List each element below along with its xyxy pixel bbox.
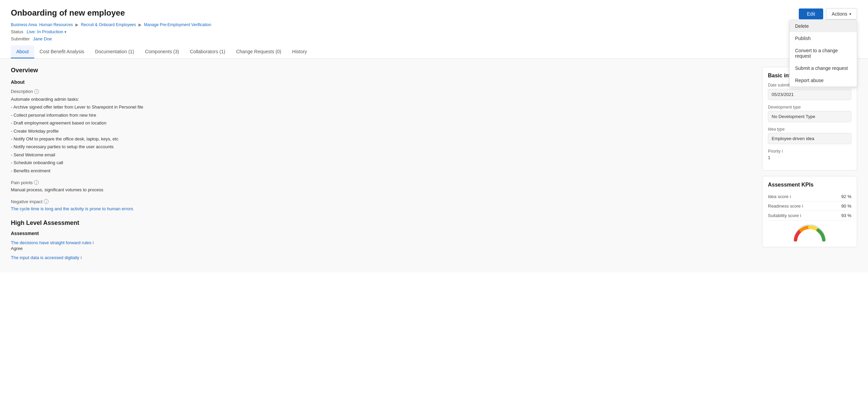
menu-item-convert[interactable]: Convert to a change request <box>790 44 857 62</box>
status-value[interactable]: Live: In Production ▾ <box>26 29 66 34</box>
overview-title: Overview <box>11 67 754 74</box>
description-value: Automate onboarding admin tasks: - Archi… <box>11 95 754 175</box>
readiness-score-info-icon[interactable]: i <box>802 204 803 209</box>
kpi-idea-score: Idea score i 92 % <box>768 192 851 201</box>
tab-components[interactable]: Components (3) <box>139 45 184 58</box>
gauge-container <box>768 225 851 241</box>
question-1-answer: Agree <box>11 246 754 251</box>
about-title: About <box>11 79 754 85</box>
question-2-text: The input data is accessed digitally i <box>11 255 754 260</box>
content-right: Basic information Date submitted 05/23/2… <box>762 67 857 264</box>
breadcrumb: Business Area Human Resources ▶ Recruit … <box>11 22 857 27</box>
breadcrumb-item-1[interactable]: Human Resources <box>39 22 73 27</box>
actions-label: Actions <box>832 11 847 17</box>
page-title: Onboarding of new employee <box>11 8 125 18</box>
header: Onboarding of new employee Edit Actions … <box>0 0 868 59</box>
menu-item-submit-change[interactable]: Submit a change request <box>790 62 857 74</box>
development-type-value: No Development Type <box>768 111 851 122</box>
status-dropdown-icon: ▾ <box>64 30 67 34</box>
tab-documentation[interactable]: Documentation (1) <box>90 45 139 58</box>
development-type-field: Development type No Development Type <box>768 105 851 122</box>
description-label: Description i <box>11 89 754 94</box>
question-1-text: The decisions have straight forward rule… <box>11 240 754 245</box>
breadcrumb-item-2[interactable]: Recruit & Onboard Employees <box>81 22 136 27</box>
submitter-name[interactable]: Jane Doe <box>33 36 52 41</box>
priority-label-text: Priority <box>768 149 780 154</box>
negative-impact-info-icon[interactable]: i <box>44 199 49 204</box>
menu-item-delete[interactable]: Delete <box>790 20 857 32</box>
kpi-idea-score-value: 92 % <box>841 194 851 199</box>
idea-type-value: Employee-driven idea <box>768 133 851 144</box>
kpi-suitability-score: Suitability score i 93 % <box>768 211 851 220</box>
menu-item-publish[interactable]: Publish <box>790 32 857 44</box>
idea-type-label: Idea type <box>768 127 851 132</box>
kpi-readiness-score: Readiness score i 90 % <box>768 201 851 211</box>
description-info-icon[interactable]: i <box>34 89 39 94</box>
high-level-title: High Level Assessment <box>11 219 754 227</box>
actions-button[interactable]: Actions ▾ <box>826 8 857 20</box>
kpi-suitability-score-label: Suitability score i <box>768 213 801 218</box>
kpi-readiness-score-label: Readiness score i <box>768 204 803 209</box>
main-content: Overview About Description i Automate on… <box>0 59 868 272</box>
status-label: Status <box>11 29 23 34</box>
tab-change-requests[interactable]: Change Requests (0) <box>231 45 287 58</box>
edit-button[interactable]: Edit <box>799 8 823 19</box>
kpi-suitability-score-value: 93 % <box>841 213 851 218</box>
page-wrapper: Onboarding of new employee Edit Actions … <box>0 0 868 407</box>
breadcrumb-sep-1: ▶ <box>75 22 78 27</box>
tab-collaborators[interactable]: Collaborators (1) <box>185 45 231 58</box>
priority-label: Priority i <box>768 149 851 154</box>
title-area: Onboarding of new employee <box>11 8 125 18</box>
status-text: Live: In Production <box>26 29 63 34</box>
negative-impact-label: Negative impact i <box>11 199 754 204</box>
suitability-score-info-icon[interactable]: i <box>800 213 801 218</box>
status-row: Status Live: In Production ▾ <box>11 29 857 34</box>
negative-impact-value: The cycle time is long and the activity … <box>11 206 754 213</box>
submitter-label: Submitter <box>11 36 30 41</box>
pain-points-label: Pain points i <box>11 180 754 185</box>
kpi-idea-score-text: Idea score <box>768 194 789 199</box>
question-1-label: The decisions have straight forward rule… <box>11 240 91 245</box>
header-actions: Edit Actions ▾ Delete Publish Convert to… <box>799 8 857 20</box>
kpi-readiness-score-value: 90 % <box>841 204 851 209</box>
menu-item-report-abuse[interactable]: Report abuse <box>790 74 857 86</box>
breadcrumb-sep-2: ▶ <box>138 22 141 27</box>
actions-dropdown-menu: Delete Publish Convert to a change reque… <box>789 20 857 87</box>
tab-cost-benefit[interactable]: Cost Benefit Analysis <box>34 45 90 58</box>
negative-impact-label-text: Negative impact <box>11 199 42 204</box>
tab-history[interactable]: History <box>287 45 313 58</box>
pain-points-value: Manual process, significant volumes to p… <box>11 187 754 194</box>
kpis-card: Assessment KPIs Idea score i 92 % Readin… <box>762 176 857 247</box>
question-row-2: The input data is accessed digitally i <box>11 255 754 260</box>
priority-value: 1 <box>768 155 851 160</box>
chevron-down-icon: ▾ <box>849 12 851 16</box>
submitter-row: Submitter Jane Doe <box>11 36 857 41</box>
breadcrumb-item-3[interactable]: Manage Pre-Employment Verification <box>144 22 211 27</box>
priority-field: Priority i 1 <box>768 149 851 160</box>
assessment-label: Assessment <box>11 231 754 236</box>
question-2-label: The input data is accessed digitally <box>11 255 79 260</box>
idea-type-field: Idea type Employee-driven idea <box>768 127 851 144</box>
breadcrumb-label: Business Area <box>11 22 37 27</box>
kpi-suitability-score-text: Suitability score <box>768 213 799 218</box>
kpi-idea-score-label: Idea score i <box>768 194 791 199</box>
priority-info-icon[interactable]: i <box>782 149 783 154</box>
pain-points-label-text: Pain points <box>11 180 33 185</box>
tabs-bar: About Cost Benefit Analysis Documentatio… <box>11 45 857 58</box>
kpi-readiness-score-text: Readiness score <box>768 204 801 209</box>
content-left: Overview About Description i Automate on… <box>11 67 754 264</box>
development-type-label: Development type <box>768 105 851 110</box>
tab-about[interactable]: About <box>11 45 34 58</box>
gauge-chart <box>793 225 827 241</box>
date-submitted-value: 05/23/2021 <box>768 89 851 100</box>
description-label-text: Description <box>11 89 33 94</box>
idea-score-info-icon[interactable]: i <box>790 194 791 199</box>
pain-points-info-icon[interactable]: i <box>34 180 39 185</box>
question-1-info-icon[interactable]: i <box>93 240 94 245</box>
header-top: Onboarding of new employee Edit Actions … <box>11 8 857 20</box>
question-2-info-icon[interactable]: i <box>81 255 82 260</box>
kpis-title: Assessment KPIs <box>768 182 851 188</box>
question-row-1: The decisions have straight forward rule… <box>11 240 754 251</box>
